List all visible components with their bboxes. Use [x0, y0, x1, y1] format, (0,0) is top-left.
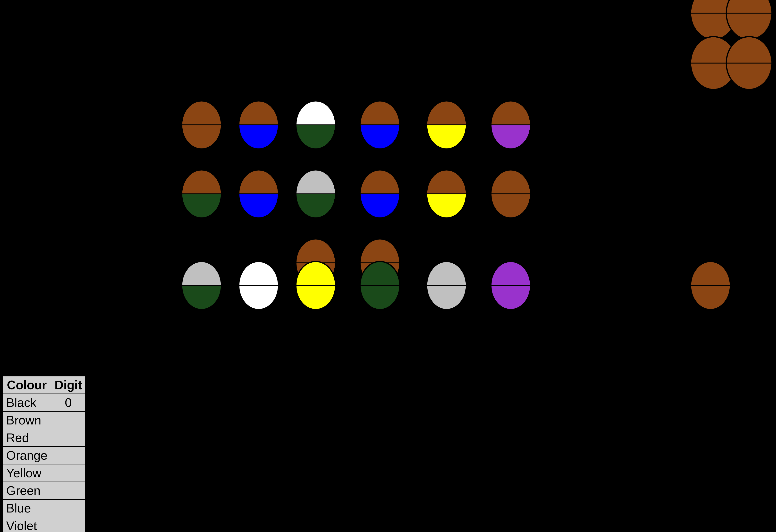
- legend-digit-cell: [51, 447, 85, 464]
- egg-4: [181, 100, 222, 150]
- egg-22: [426, 260, 467, 311]
- legend-colour-cell: Violet: [3, 517, 51, 532]
- egg-8: [426, 100, 467, 150]
- egg-23: [490, 260, 532, 311]
- legend-colour-cell: Green: [3, 482, 51, 499]
- legend-colour-cell: Red: [3, 429, 51, 447]
- legend-digit-cell: [51, 464, 85, 482]
- egg-1: [725, 0, 773, 40]
- legend-digit-header: Digit: [51, 376, 85, 394]
- egg-10: [181, 169, 222, 219]
- legend-colour-header: Colour: [3, 376, 51, 394]
- legend-colour-cell: Orange: [3, 447, 51, 464]
- egg-18: [181, 260, 222, 311]
- legend-digit-cell: [51, 411, 85, 429]
- egg-20: [295, 260, 337, 311]
- legend-colour-cell: Yellow: [3, 464, 51, 482]
- egg-6: [295, 100, 337, 150]
- egg-24: [690, 260, 731, 311]
- egg-11: [238, 169, 279, 219]
- legend-digit-cell: [51, 499, 85, 517]
- legend-digit-cell: 0: [51, 394, 85, 411]
- egg-7: [359, 100, 401, 150]
- egg-13: [359, 169, 401, 219]
- legend-colour-cell: Brown: [3, 411, 51, 429]
- legend-colour-cell: Blue: [3, 499, 51, 517]
- legend-table: Colour Digit Black0BrownRedOrangeYellowG…: [2, 376, 86, 532]
- egg-3: [725, 36, 773, 91]
- egg-15: [490, 169, 532, 219]
- egg-14: [426, 169, 467, 219]
- egg-19: [238, 260, 279, 311]
- legend-digit-cell: [51, 517, 85, 532]
- legend-colour-cell: Black: [3, 394, 51, 411]
- egg-9: [490, 100, 532, 150]
- legend-digit-cell: [51, 482, 85, 499]
- egg-5: [238, 100, 279, 150]
- legend-digit-cell: [51, 429, 85, 447]
- egg-12: [295, 169, 337, 219]
- egg-21: [359, 260, 401, 311]
